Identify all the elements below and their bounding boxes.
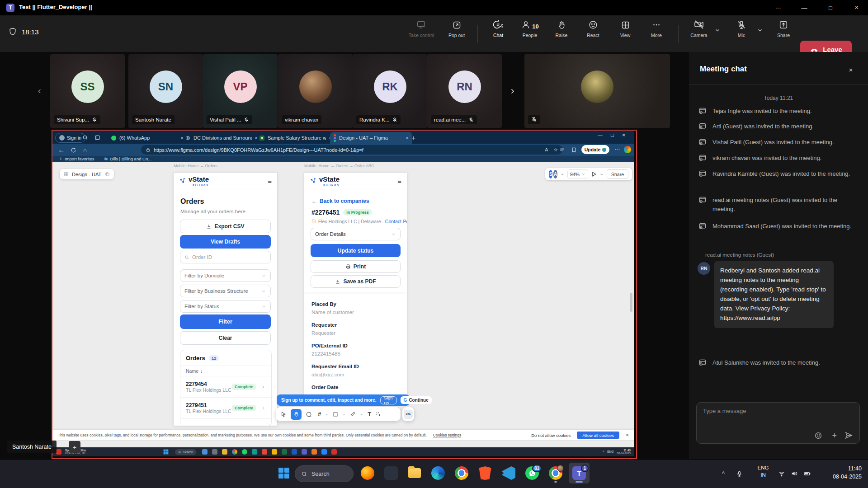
taskbar-brave[interactable] [475, 463, 495, 483]
deny-cookies-button[interactable]: Do not allow cookies [531, 433, 571, 438]
shape-tool-icon[interactable] [333, 412, 338, 417]
tray-battery-icon[interactable] [801, 466, 813, 481]
send-icon[interactable] [844, 431, 853, 440]
tray-hidden-icons-chevron[interactable]: ^ [718, 466, 729, 481]
filmstrip-scroll-right-icon[interactable] [507, 85, 517, 98]
view-drafts-button[interactable]: View Drafts [180, 235, 271, 249]
filter-status-select[interactable]: Filter by Status [180, 300, 271, 313]
frame-tool-icon[interactable]: # [318, 411, 321, 418]
participant-tile[interactable]: SS Shivani Sup... [50, 54, 125, 128]
share-taskbar-app-icon[interactable] [311, 449, 317, 455]
figma-signup-button[interactable]: Sign up [380, 396, 397, 404]
browser-minimize-icon[interactable]: — [598, 132, 603, 138]
participant-tile[interactable]: VP Vishal Patil ... [203, 54, 278, 128]
filter-button[interactable]: Filter [180, 314, 271, 329]
share-taskbar-app-icon[interactable] [212, 449, 217, 455]
titlebar-more-icon[interactable]: ⋯ [768, 0, 788, 15]
taskbar-whatsapp[interactable]: 81 [522, 463, 542, 483]
order-row[interactable]: 2279451 TL Flex Holdings LLC Complete [180, 398, 271, 418]
browser-menu-icon[interactable]: ⋯ [613, 145, 621, 154]
hand-tool-icon-active[interactable] [291, 409, 302, 420]
participant-tile[interactable]: SN Santosh Narate [128, 54, 203, 128]
taskbar-vscode[interactable] [498, 463, 519, 483]
pen-tool-chevron-icon[interactable] [360, 413, 363, 416]
tray-volume-icon[interactable] [788, 466, 800, 481]
share-taskbar-app-icon[interactable] [222, 449, 227, 455]
browser-update-button[interactable]: Update [581, 145, 609, 154]
order-row[interactable]: 2279454 TL Flex Holdings LLC Complete [180, 376, 271, 397]
browser-tab[interactable]: DC Divisions and Surroundings × [182, 132, 261, 144]
filter-domicile-select[interactable]: Filter by Domicile [180, 269, 271, 282]
start-button-icon[interactable] [164, 450, 169, 455]
presenter-overlay-add-icon[interactable]: + [69, 441, 80, 453]
taskbar-teams-active[interactable]: T 1 [569, 463, 590, 483]
share-system-tray[interactable]: ^ ENG 11:40 08-04-2025 [603, 449, 631, 455]
comment-tool-icon[interactable] [306, 411, 312, 418]
shape-tool-chevron-icon[interactable] [342, 413, 346, 416]
actions-tool-icon[interactable] [375, 411, 382, 418]
figma-present-icon[interactable] [591, 171, 597, 177]
allow-cookies-button[interactable]: Allow all cookies [577, 432, 619, 439]
chevron-right-icon[interactable] [261, 385, 266, 389]
widgets-icon[interactable] [56, 449, 61, 455]
clear-button[interactable]: Clear [180, 331, 271, 345]
sort-down-icon[interactable]: ↓ [200, 368, 203, 374]
attach-plus-icon[interactable]: + [832, 432, 837, 440]
figma-share-button[interactable]: Share [607, 169, 628, 179]
taskbar-edge[interactable] [428, 463, 448, 483]
more-button[interactable]: More [642, 18, 671, 50]
browser-refresh-icon[interactable] [69, 145, 78, 155]
collaborator-avatar[interactable]: S [549, 170, 552, 178]
read-aloud-icon[interactable]: A [545, 147, 548, 152]
emoji-icon[interactable] [814, 432, 822, 440]
design-frame-orders[interactable]: vStateFILINGS ≡ Orders Manage all your o… [173, 172, 278, 426]
share-button[interactable]: Share [769, 18, 798, 50]
collaborators-chevron-icon[interactable] [560, 172, 565, 177]
share-taskbar-app-icon[interactable] [232, 449, 237, 455]
design-frame-order-detail[interactable]: vStateFILINGS ≡ ← Back to companies #227… [304, 172, 407, 398]
chat-compose-box[interactable]: + [696, 402, 860, 444]
taskbar-chrome[interactable] [451, 463, 472, 483]
chat-close-icon[interactable]: × [844, 63, 857, 76]
window-minimize-button[interactable]: — [794, 0, 815, 15]
order-details-select[interactable]: Order Details [311, 228, 401, 240]
collections-icon[interactable] [558, 145, 566, 154]
browser-tab[interactable]: X Sample Salary Structure with calc × [256, 132, 335, 144]
browser-maximize-icon[interactable]: □ [611, 132, 614, 138]
share-taskbar-app-icon[interactable] [292, 449, 297, 455]
tray-mic-icon[interactable] [733, 466, 745, 481]
pop-out-button[interactable]: Pop out [442, 18, 471, 50]
filmstrip-scroll-left-icon[interactable] [35, 85, 44, 98]
save-as-pdf-button[interactable]: Save as PDF [311, 275, 401, 288]
figma-doc-pill[interactable]: Design - UAT [60, 169, 114, 179]
tray-clock[interactable]: 11:40 08-04-2025 [814, 465, 864, 481]
share-taskbar-app-icon[interactable] [242, 449, 247, 455]
browser-tab[interactable]: (6) WhatsApp × [108, 132, 187, 144]
favorite-star-icon[interactable]: ☆ [553, 147, 558, 153]
workspaces-icon[interactable] [93, 133, 102, 142]
collaborator-avatar[interactable]: A [553, 170, 557, 178]
share-taskbar-app-icon[interactable] [272, 449, 277, 455]
print-button[interactable]: Print [311, 260, 401, 273]
participant-tile[interactable]: RK Ravindra K... [353, 54, 427, 128]
canvas-scrollbar[interactable] [630, 293, 632, 312]
tray-wifi-icon[interactable] [776, 466, 788, 481]
cookie-settings-link[interactable]: Cookies settings [433, 433, 461, 437]
chat-button[interactable]: Chat [484, 18, 513, 50]
raise-hand-button[interactable]: Raise [547, 18, 576, 50]
taskbar-file-explorer[interactable] [404, 463, 425, 483]
view-button[interactable]: View [611, 18, 640, 50]
taskbar-search-box[interactable]: Search [295, 465, 354, 482]
taskbar-app[interactable] [381, 463, 401, 483]
chevron-right-icon[interactable] [261, 406, 266, 411]
column-header-name[interactable]: Name [186, 368, 198, 374]
mic-options-chevron-icon[interactable] [757, 27, 763, 33]
sender-avatar[interactable]: RN [698, 262, 710, 275]
filter-business-structure-select[interactable]: Filter by Business Structure [180, 285, 271, 297]
cookie-close-icon[interactable]: × [626, 432, 629, 438]
address-bar[interactable]: https://www.figma.com/design/9BKQ0FOHRWa… [141, 145, 562, 155]
frame-label[interactable]: Mobile: Home → Orders [174, 164, 217, 168]
share-taskbar-app-icon[interactable] [262, 449, 267, 455]
taskbar-firefox[interactable] [357, 463, 378, 483]
dev-mode-chip[interactable]: </> [402, 407, 414, 421]
